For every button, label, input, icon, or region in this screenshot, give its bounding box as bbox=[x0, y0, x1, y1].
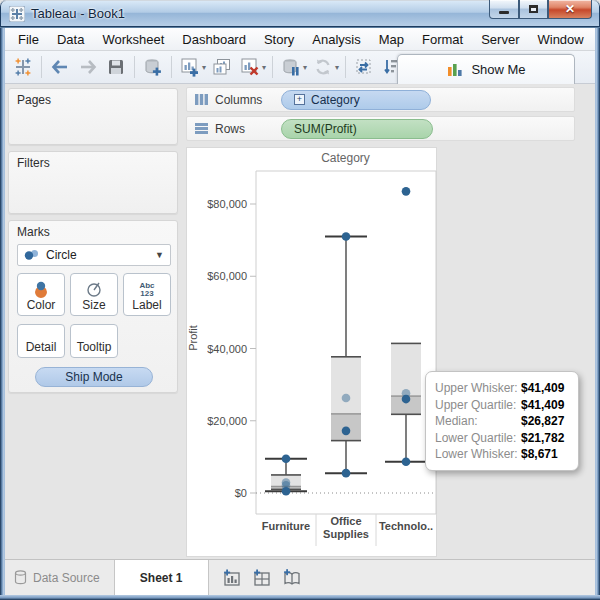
show-me-icon bbox=[446, 62, 464, 78]
refresh-dropdown-caret[interactable]: ▾ bbox=[335, 63, 339, 72]
rows-label: Rows bbox=[215, 122, 245, 136]
new-worksheet-tab-button[interactable] bbox=[217, 560, 247, 595]
tooltip-stat-value: $41,409 bbox=[521, 397, 564, 414]
clear-sheet-dropdown-caret[interactable]: ▾ bbox=[262, 63, 266, 72]
mark-circle[interactable] bbox=[402, 457, 411, 466]
y-tick-label: $80,000 bbox=[207, 198, 247, 210]
pause-updates-dropdown-caret[interactable]: ▾ bbox=[303, 63, 307, 72]
x-category-label: Furniture bbox=[262, 520, 310, 532]
save-button[interactable] bbox=[103, 54, 129, 80]
menu-item-server[interactable]: Server bbox=[472, 32, 528, 47]
menu-bar: FileDataWorksheetDashboardStoryAnalysisM… bbox=[5, 28, 595, 51]
menu-item-data[interactable]: Data bbox=[48, 32, 93, 47]
y-tick-label: $0 bbox=[235, 487, 247, 499]
chevron-down-icon: ▼ bbox=[155, 250, 164, 260]
tooltip-button[interactable]: Tooltip bbox=[70, 324, 118, 358]
detail-button-label: Detail bbox=[26, 340, 57, 354]
new-story-tab-button[interactable] bbox=[277, 560, 307, 595]
title-bar[interactable]: Tableau - Book1 ✕ bbox=[0, 0, 600, 28]
menu-item-analysis[interactable]: Analysis bbox=[303, 32, 369, 47]
columns-shelf[interactable]: Columns + Category bbox=[186, 87, 575, 112]
category-pill[interactable]: + Category bbox=[281, 90, 431, 110]
redo-forward-button[interactable] bbox=[75, 54, 101, 80]
tooltip-row: Median:$26,827 bbox=[435, 413, 569, 430]
mark-circle[interactable] bbox=[342, 427, 351, 436]
x-category-label: Supplies bbox=[323, 528, 369, 540]
box-upper-half[interactable] bbox=[331, 357, 361, 414]
chart-column-header: Category bbox=[256, 151, 435, 165]
close-button[interactable]: ✕ bbox=[548, 0, 592, 19]
tooltip-stat-label: Upper Whisker: bbox=[435, 380, 521, 397]
tooltip-stat-value: $26,827 bbox=[521, 413, 564, 430]
tooltip-button-label: Tooltip bbox=[77, 340, 112, 354]
filters-shelf[interactable]: Filters bbox=[8, 151, 178, 214]
rows-shelf[interactable]: Rows SUM(Profit) bbox=[186, 116, 575, 141]
color-button-label: Color bbox=[27, 298, 56, 312]
columns-icon bbox=[194, 93, 209, 106]
tooltip-stat-label: Median: bbox=[435, 413, 521, 430]
tooltip-stat-label: Upper Quartile: bbox=[435, 397, 521, 414]
menu-item-worksheet[interactable]: Worksheet bbox=[93, 32, 173, 47]
menu-item-map[interactable]: Map bbox=[370, 32, 413, 47]
new-dashboard-tab-button[interactable] bbox=[247, 560, 277, 595]
mark-circle[interactable] bbox=[342, 394, 351, 403]
mark-circle[interactable] bbox=[342, 469, 351, 478]
clear-sheet-button[interactable] bbox=[237, 54, 263, 80]
data-source-tab[interactable]: Data Source bbox=[5, 560, 114, 595]
tooltip-stat-value: $8,671 bbox=[521, 446, 558, 463]
mark-circle[interactable] bbox=[282, 454, 291, 463]
data-source-icon bbox=[14, 570, 27, 585]
new-worksheet-button[interactable] bbox=[177, 54, 203, 80]
tooltip-row: Upper Quartile:$41,409 bbox=[435, 397, 569, 414]
tableau-logo-icon[interactable] bbox=[10, 54, 36, 80]
mark-circle[interactable] bbox=[282, 487, 291, 496]
refresh-button[interactable] bbox=[310, 54, 336, 80]
ship-mode-pill[interactable]: Ship Mode bbox=[35, 367, 153, 387]
menu-item-file[interactable]: File bbox=[9, 32, 48, 47]
mark-circle[interactable] bbox=[402, 187, 411, 196]
maximize-button[interactable] bbox=[519, 0, 548, 19]
menu-item-story[interactable]: Story bbox=[255, 32, 303, 47]
menu-item-window[interactable]: Window bbox=[528, 32, 592, 47]
swap-rows-columns-button[interactable] bbox=[351, 54, 377, 80]
menu-item-dashboard[interactable]: Dashboard bbox=[173, 32, 255, 47]
show-me-button[interactable]: Show Me bbox=[397, 54, 575, 84]
label-icon: Abc123 bbox=[139, 282, 154, 298]
undo-back-button[interactable] bbox=[47, 54, 73, 80]
tooltip-row: Upper Whisker:$41,409 bbox=[435, 380, 569, 397]
y-tick-label: $60,000 bbox=[207, 270, 247, 282]
toolbar-separator bbox=[272, 56, 273, 78]
rows-icon bbox=[194, 122, 209, 135]
sum-profit-pill[interactable]: SUM(Profit) bbox=[281, 119, 433, 139]
mark-circle[interactable] bbox=[402, 395, 411, 404]
menu-item-help[interactable]: Help bbox=[593, 32, 600, 47]
detail-button[interactable]: Detail bbox=[17, 324, 65, 358]
expand-icon[interactable]: + bbox=[294, 94, 305, 105]
tooltip-row: Lower Quartile:$21,782 bbox=[435, 430, 569, 447]
marks-card: Marks Circle ▼ Color Size Abc123 bbox=[8, 220, 178, 393]
add-data-source-button[interactable] bbox=[140, 54, 166, 80]
tooltip-row: Lower Whisker:$8,671 bbox=[435, 446, 569, 463]
close-icon: ✕ bbox=[565, 2, 575, 16]
color-button[interactable]: Color bbox=[17, 273, 65, 316]
mark-type-dropdown[interactable]: Circle ▼ bbox=[17, 244, 171, 266]
sheet-tab-bar: Data Source Sheet 1 bbox=[5, 559, 595, 595]
mark-circle[interactable] bbox=[342, 232, 351, 241]
y-tick-label: $40,000 bbox=[207, 343, 247, 355]
pages-shelf[interactable]: Pages bbox=[8, 88, 178, 145]
tooltip-stat-value: $41,409 bbox=[521, 380, 564, 397]
box-upper-half[interactable] bbox=[391, 343, 421, 396]
label-button[interactable]: Abc123 Label bbox=[123, 273, 171, 316]
pause-auto-updates-button[interactable] bbox=[278, 54, 304, 80]
tooltip-stat-value: $21,782 bbox=[521, 430, 564, 447]
menu-item-format[interactable]: Format bbox=[413, 32, 472, 47]
tableau-window: Tableau - Book1 ✕ FileDataWorksheetDashb… bbox=[0, 0, 600, 600]
toolbar-separator bbox=[171, 56, 172, 78]
size-button[interactable]: Size bbox=[70, 273, 118, 316]
minimize-button[interactable] bbox=[489, 0, 519, 19]
new-worksheet-dropdown-caret[interactable]: ▾ bbox=[202, 63, 206, 72]
sheet1-tab[interactable]: Sheet 1 bbox=[115, 560, 209, 595]
duplicate-sheet-button[interactable] bbox=[209, 54, 235, 80]
tooltip-rows: Upper Whisker:$41,409Upper Quartile:$41,… bbox=[435, 380, 569, 463]
window-controls: ✕ bbox=[489, 0, 592, 19]
